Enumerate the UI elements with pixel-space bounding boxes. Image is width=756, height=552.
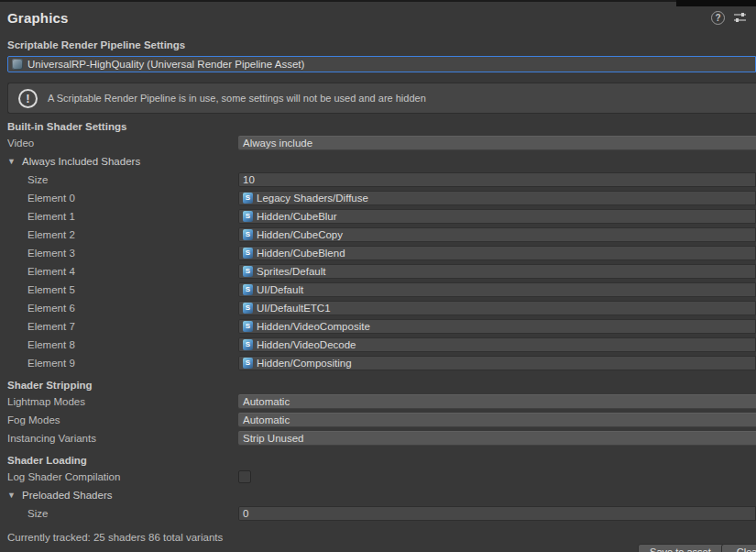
tracked-shaders-status: Currently tracked: 25 shaders 86 total v… — [7, 532, 756, 543]
foldout-open-icon: ▼ — [7, 491, 16, 500]
shader-icon: S — [243, 229, 253, 240]
render-pipeline-asset-icon — [12, 59, 23, 70]
warning-message: A Scriptable Render Pipeline is in use, … — [48, 93, 426, 104]
element-label: Element 2 — [7, 229, 238, 240]
srp-warning-helpbox: ! A Scriptable Render Pipeline is in use… — [7, 83, 756, 114]
shader-object-field[interactable]: S Hidden/VideoComposite — [238, 319, 756, 334]
page-title: Graphics — [7, 10, 711, 26]
element-label: Element 7 — [7, 321, 238, 332]
titlebar: Graphics ? — [0, 0, 756, 33]
shader-object-field[interactable]: S Legacy Shaders/Diffuse — [238, 191, 756, 205]
save-to-asset-button[interactable]: Save to asset... — [638, 544, 731, 552]
preset-sliders-icon[interactable] — [733, 12, 747, 24]
graphics-settings-window: Graphics ? Scriptable Render Pipeline Se… — [0, 0, 756, 552]
shader-object-field[interactable]: S Hidden/Compositing — [238, 356, 756, 370]
preloaded-size-row: Size 0 — [7, 504, 756, 523]
video-dropdown[interactable]: Always include — [238, 136, 756, 150]
shader-object-field[interactable]: S Hidden/CubeCopy — [238, 227, 756, 242]
video-row: Video Always include — [7, 134, 756, 152]
log-shader-compilation-label: Log Shader Compilation — [7, 471, 238, 482]
element-label: Element 4 — [7, 266, 238, 277]
srp-asset-name: UniversalRP-HighQuality (Universal Rende… — [27, 59, 304, 70]
element-label: Element 6 — [7, 303, 238, 314]
docked-tab-strip — [676, 0, 756, 6]
element-row: Element 6 S UI/DefaultETC1 — [7, 299, 756, 317]
element-label: Element 0 — [7, 193, 238, 204]
shader-icon: S — [243, 266, 253, 277]
always-included-shaders-foldout[interactable]: ▼ Always Included Shaders — [7, 152, 756, 171]
srp-asset-object-field[interactable]: UniversalRP-HighQuality (Universal Rende… — [7, 56, 756, 72]
shader-icon: S — [243, 358, 253, 369]
shader-object-field[interactable]: S UI/DefaultETC1 — [238, 301, 756, 315]
fog-modes-value: Automatic — [243, 414, 290, 425]
shader-name: UI/Default — [257, 284, 303, 295]
element-row: Element 2 S Hidden/CubeCopy — [7, 226, 756, 244]
fog-modes-label: Fog Modes — [7, 414, 238, 425]
log-shader-compilation-checkbox[interactable] — [238, 470, 251, 483]
shader-icon: S — [243, 321, 253, 332]
shader-object-field[interactable]: S UI/Default — [238, 282, 756, 297]
shader-name: Hidden/Compositing — [257, 358, 352, 369]
shader-icon: S — [243, 284, 253, 295]
element-label: Element 5 — [7, 284, 238, 295]
preloaded-size-input[interactable]: 0 — [238, 506, 756, 521]
instancing-variants-value: Strip Unused — [243, 433, 303, 444]
shader-name: UI/DefaultETC1 — [257, 303, 331, 314]
shader-name: Sprites/Default — [257, 266, 325, 277]
builtin-section-header: Built-in Shader Settings — [7, 119, 756, 134]
video-label: Video — [7, 138, 238, 149]
size-label: Size — [7, 174, 238, 185]
log-shader-compilation-row: Log Shader Compilation — [7, 468, 756, 486]
fog-modes-row: Fog Modes Automatic — [7, 411, 756, 429]
element-label: Element 9 — [7, 358, 238, 369]
shader-stripping-header: Shader Stripping — [7, 378, 756, 392]
element-row: Element 3 S Hidden/CubeBlend — [7, 244, 756, 262]
preloaded-shaders-foldout[interactable]: ▼ Preloaded Shaders — [7, 486, 756, 504]
titlebar-icons: ? — [711, 11, 747, 25]
element-label: Element 8 — [7, 339, 238, 350]
warning-icon: ! — [18, 89, 38, 108]
video-dropdown-value: Always include — [243, 138, 312, 149]
element-row: Element 0 S Legacy Shaders/Diffuse — [7, 189, 756, 207]
shader-icon: S — [243, 193, 253, 204]
shader-loading-header: Shader Loading — [7, 453, 756, 468]
shader-icon: S — [243, 339, 253, 350]
shader-icon: S — [243, 248, 253, 259]
fog-modes-dropdown[interactable]: Automatic — [238, 413, 756, 427]
preloaded-size-label: Size — [7, 508, 238, 519]
element-row: Element 9 S Hidden/Compositing — [7, 354, 756, 372]
shader-name: Hidden/VideoComposite — [257, 321, 370, 332]
shader-name: Hidden/CubeBlur — [257, 211, 337, 222]
instancing-variants-label: Instancing Variants — [7, 433, 238, 444]
help-icon[interactable]: ? — [711, 11, 725, 25]
shader-name: Hidden/CubeCopy — [257, 229, 343, 240]
foldout-open-icon: ▼ — [7, 157, 16, 166]
lightmap-modes-row: Lightmap Modes Automatic — [7, 392, 756, 411]
shader-object-field[interactable]: S Hidden/CubeBlur — [238, 209, 756, 224]
shader-name: Legacy Shaders/Diffuse — [257, 193, 368, 204]
lightmap-modes-value: Automatic — [243, 396, 290, 407]
instancing-variants-row: Instancing Variants Strip Unused — [7, 429, 756, 447]
element-row: Element 1 S Hidden/CubeBlur — [7, 207, 756, 226]
element-label: Element 1 — [7, 211, 238, 222]
shader-object-field[interactable]: S Hidden/VideoDecode — [238, 337, 756, 352]
shader-name: Hidden/CubeBlend — [257, 248, 345, 259]
preloaded-shaders-label: Preloaded Shaders — [22, 490, 112, 501]
element-row: Element 8 S Hidden/VideoDecode — [7, 336, 756, 354]
shader-icon: S — [243, 303, 253, 314]
shader-object-field[interactable]: S Hidden/CubeBlend — [238, 246, 756, 260]
srp-section-header: Scriptable Render Pipeline Settings — [7, 38, 756, 52]
clear-button[interactable]: Clear — [721, 544, 756, 552]
element-row: Element 7 S Hidden/VideoComposite — [7, 317, 756, 336]
instancing-variants-dropdown[interactable]: Strip Unused — [238, 431, 756, 446]
shader-object-field[interactable]: S Sprites/Default — [238, 264, 756, 279]
shader-name: Hidden/VideoDecode — [257, 339, 356, 350]
settings-content: Scriptable Render Pipeline Settings Univ… — [0, 38, 756, 543]
array-size-value: 10 — [243, 174, 255, 185]
lightmap-modes-dropdown[interactable]: Automatic — [238, 394, 756, 409]
element-row: Element 4 S Sprites/Default — [7, 262, 756, 281]
always-included-shaders-label: Always Included Shaders — [22, 156, 140, 167]
preloaded-size-value: 0 — [243, 508, 248, 519]
lightmap-modes-label: Lightmap Modes — [7, 396, 238, 407]
array-size-input[interactable]: 10 — [238, 172, 756, 187]
